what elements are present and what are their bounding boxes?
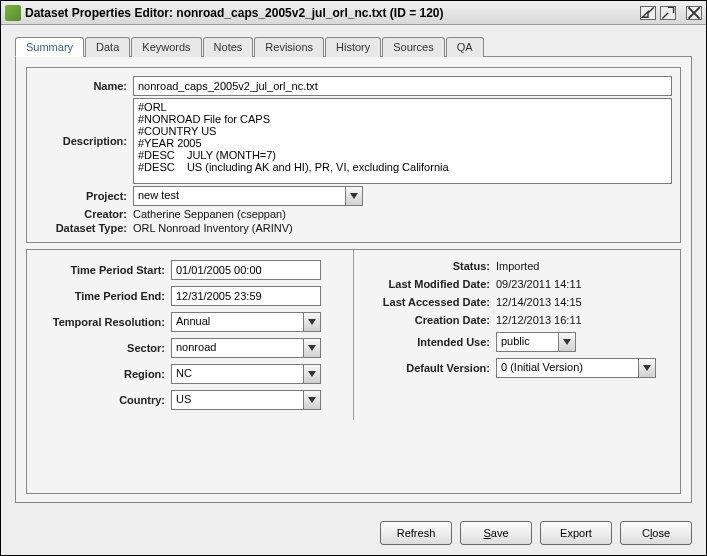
maximize-button[interactable]: [660, 6, 676, 20]
maximize-icon: [661, 6, 675, 20]
region-combo[interactable]: NC: [171, 364, 321, 384]
tab-strip: Summary Data Keywords Notes Revisions Hi…: [15, 37, 692, 57]
dataset-type-label: Dataset Type:: [35, 222, 127, 234]
tab-keywords[interactable]: Keywords: [131, 37, 201, 57]
last-modified-label: Last Modified Date:: [360, 278, 490, 290]
region-label: Region:: [33, 368, 165, 380]
tab-summary[interactable]: Summary: [15, 37, 84, 57]
tab-qa[interactable]: QA: [446, 37, 484, 57]
creator-value: Catherine Seppanen (cseppan): [133, 208, 286, 220]
chevron-down-icon: [563, 339, 571, 345]
dataset-info-frame: Name: Description: #ORL #NONROAD File fo…: [26, 67, 681, 243]
creator-label: Creator:: [35, 208, 127, 220]
region-value: NC: [171, 364, 303, 384]
description-textarea[interactable]: #ORL #NONROAD File for CAPS #COUNTRY US …: [133, 98, 672, 184]
window-title: Dataset Properties Editor: nonroad_caps_…: [25, 6, 636, 20]
button-bar: Refresh Save Export Close: [1, 513, 706, 555]
status-value: Imported: [496, 260, 539, 272]
close-button-label-tail: ose: [652, 527, 670, 539]
intended-use-value: public: [496, 332, 558, 352]
save-button-label: ave: [491, 527, 509, 539]
default-version-combo[interactable]: 0 (Initial Version): [496, 358, 656, 378]
close-window-button[interactable]: [686, 6, 702, 20]
country-label: Country:: [33, 394, 165, 406]
creation-value: 12/12/2013 16:11: [496, 314, 582, 326]
intended-use-combo[interactable]: public: [496, 332, 576, 352]
last-modified-value: 09/23/2011 14:11: [496, 278, 582, 290]
app-icon: [5, 5, 21, 21]
tp-end-label: Time Period End:: [33, 290, 165, 302]
tp-start-label: Time Period Start:: [33, 264, 165, 276]
name-label: Name:: [35, 80, 127, 92]
sector-combo[interactable]: nonroad: [171, 338, 321, 358]
last-accessed-label: Last Accessed Date:: [360, 296, 490, 308]
last-accessed-value: 12/14/2013 14:15: [496, 296, 582, 308]
close-button[interactable]: Close: [620, 521, 692, 545]
default-version-value: 0 (Initial Version): [496, 358, 638, 378]
default-version-label: Default Version:: [360, 362, 490, 374]
refresh-button[interactable]: Refresh: [380, 521, 452, 545]
close-button-label-head: C: [642, 527, 650, 539]
tab-data[interactable]: Data: [85, 37, 130, 57]
region-combo-button[interactable]: [303, 364, 321, 384]
save-button[interactable]: Save: [460, 521, 532, 545]
sector-label: Sector:: [33, 342, 165, 354]
tab-notes[interactable]: Notes: [203, 37, 254, 57]
chevron-down-icon: [350, 193, 358, 199]
temporal-value: Annual: [171, 312, 303, 332]
tab-panel-summary: Name: Description: #ORL #NONROAD File fo…: [15, 56, 692, 503]
sector-combo-button[interactable]: [303, 338, 321, 358]
close-icon: [687, 6, 701, 20]
titlebar: Dataset Properties Editor: nonroad_caps_…: [1, 1, 706, 25]
chevron-down-icon: [308, 397, 316, 403]
temporal-combo[interactable]: Annual: [171, 312, 321, 332]
window-frame: Dataset Properties Editor: nonroad_caps_…: [0, 0, 707, 556]
creation-label: Creation Date:: [360, 314, 490, 326]
minimize-button[interactable]: [640, 6, 656, 20]
country-combo[interactable]: US: [171, 390, 321, 410]
project-value: new test: [133, 186, 345, 206]
intended-use-combo-button[interactable]: [558, 332, 576, 352]
project-label: Project:: [35, 190, 127, 202]
chevron-down-icon: [643, 365, 651, 371]
tp-end-input[interactable]: [171, 286, 321, 306]
tab-revisions[interactable]: Revisions: [254, 37, 324, 57]
status-label: Status:: [360, 260, 490, 272]
chevron-down-icon: [308, 319, 316, 325]
content-area: Summary Data Keywords Notes Revisions Hi…: [1, 25, 706, 513]
tab-sources[interactable]: Sources: [382, 37, 444, 57]
project-combo[interactable]: new test: [133, 186, 363, 206]
status-column: Status: Imported Last Modified Date: 09/…: [354, 250, 680, 420]
temporal-combo-button[interactable]: [303, 312, 321, 332]
sector-value: nonroad: [171, 338, 303, 358]
time-column: Time Period Start: Time Period End: Temp…: [27, 250, 354, 420]
description-label: Description:: [35, 135, 127, 147]
chevron-down-icon: [308, 345, 316, 351]
country-value: US: [171, 390, 303, 410]
details-frame: Time Period Start: Time Period End: Temp…: [26, 249, 681, 494]
name-input[interactable]: [133, 76, 672, 96]
intended-use-label: Intended Use:: [360, 336, 490, 348]
chevron-down-icon: [308, 371, 316, 377]
export-button[interactable]: Export: [540, 521, 612, 545]
tab-history[interactable]: History: [325, 37, 381, 57]
details-columns: Time Period Start: Time Period End: Temp…: [27, 250, 680, 420]
dataset-type-value: ORL Nonroad Inventory (ARINV): [133, 222, 293, 234]
country-combo-button[interactable]: [303, 390, 321, 410]
project-combo-button[interactable]: [345, 186, 363, 206]
tp-start-input[interactable]: [171, 260, 321, 280]
temporal-label: Temporal Resolution:: [33, 316, 165, 328]
default-version-combo-button[interactable]: [638, 358, 656, 378]
minimize-icon: [641, 6, 655, 20]
